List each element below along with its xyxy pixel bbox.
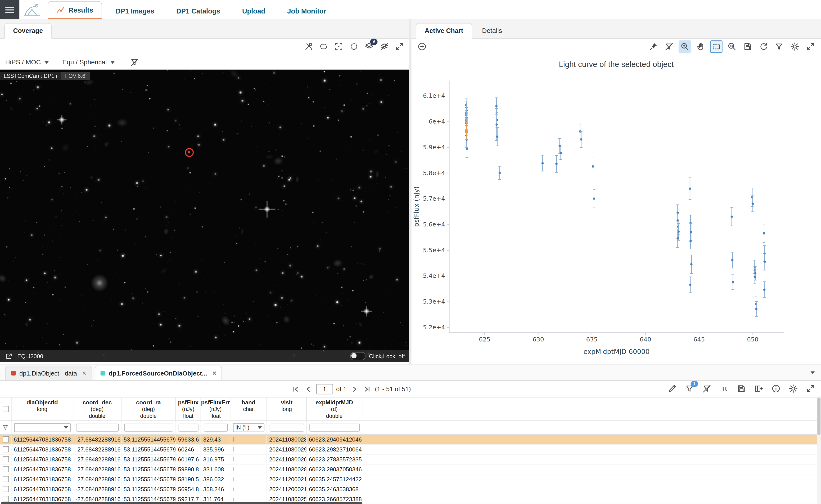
app-logo[interactable] (19, 0, 44, 19)
svg-text:640: 640 (640, 336, 652, 343)
coord-system-dropdown[interactable]: Equ / Spherical (62, 59, 115, 66)
next-page-button[interactable] (350, 384, 359, 394)
click-lock-toggle[interactable] (350, 352, 365, 360)
tab-dp1-images[interactable]: DP1 Images (107, 3, 163, 19)
tab-diaobject-table[interactable]: dp1.DiaObject - data × (5, 366, 92, 380)
select-zoom-rect-icon[interactable] (710, 40, 723, 53)
clear-filter-table-icon[interactable] (701, 382, 713, 395)
pan-hand-icon[interactable] (694, 40, 707, 53)
filter-off-icon[interactable] (128, 56, 141, 69)
filter-input-expMidptMJD[interactable] (309, 423, 359, 431)
table-row[interactable]: 611256447031836758-27.6848228891652853.1… (0, 455, 821, 464)
text-view-icon[interactable]: Tt (718, 382, 731, 395)
table-row[interactable]: 611256447031836758-27.6848228891652853.1… (0, 474, 821, 484)
add-column-icon[interactable] (752, 382, 765, 395)
tab-details[interactable]: Details (474, 23, 510, 38)
tab-results[interactable]: Results (48, 1, 102, 19)
coverage-toolbar: 9 (0, 39, 409, 54)
row-checkbox[interactable] (2, 466, 9, 473)
select-region-icon[interactable] (317, 40, 330, 53)
restore-chart-icon[interactable] (757, 40, 770, 53)
svg-text:645: 645 (693, 336, 705, 343)
close-icon[interactable]: × (81, 370, 86, 377)
column-header-expMidptMJD[interactable]: expMidptMJD(d)double (307, 398, 362, 420)
panel-divider[interactable] (409, 19, 411, 365)
readout-bar: EQ-J2000: Click Lock: off (0, 350, 409, 362)
filter-combo-diaObjectId[interactable] (14, 423, 71, 432)
zoom-original-icon[interactable]: 1x (726, 40, 738, 53)
popout-readout-icon[interactable] (4, 351, 14, 361)
table-row[interactable]: 611256447031836758-27.6848228891652853.1… (0, 484, 821, 494)
select-all-checkbox[interactable] (2, 406, 9, 412)
close-icon[interactable]: × (211, 370, 216, 377)
info-icon[interactable] (770, 382, 782, 395)
column-header-psfFlux[interactable]: psfFlux(nJy)float (176, 398, 201, 420)
first-page-button[interactable] (291, 384, 301, 394)
recenter-icon[interactable] (333, 40, 345, 53)
hamburger-menu-icon[interactable] (0, 0, 19, 19)
vertical-scrollbar[interactable] (817, 397, 821, 504)
lasso-select-icon[interactable] (348, 40, 360, 53)
last-page-button[interactable] (362, 384, 372, 394)
filter-table-icon[interactable]: 1 (683, 382, 696, 395)
filter-input-psfFluxErr[interactable] (203, 423, 228, 431)
save-chart-icon[interactable] (741, 40, 754, 53)
light-curve-plot[interactable]: 5.2e+45.3e+45.4e+45.5e+45.6e+45.7e+45.8e… (411, 70, 821, 361)
sky-image[interactable] (0, 70, 409, 362)
selected-object-marker[interactable] (185, 148, 194, 157)
filter-input-coord_dec[interactable] (76, 423, 118, 431)
column-header-band[interactable]: bandchar (231, 398, 267, 420)
pin-chart-icon[interactable] (647, 40, 660, 53)
page-of-label: of 1 (336, 385, 347, 393)
filter-funnel-cell[interactable] (0, 420, 12, 434)
column-header-visit[interactable]: visitlong (267, 398, 307, 420)
expand-chart-icon[interactable] (804, 40, 817, 53)
row-checkbox[interactable] (2, 456, 9, 463)
click-lock-label: Click Lock: off (369, 353, 405, 359)
expand-coverage-icon[interactable] (393, 40, 406, 53)
filter-input-psfFlux[interactable] (178, 423, 198, 431)
column-header-psfFluxErr[interactable]: psfFluxErr(nJy)float (201, 398, 231, 420)
tab-coverage[interactable]: Coverage (4, 23, 52, 39)
row-checkbox[interactable] (2, 496, 9, 502)
highlight-pen-icon[interactable] (666, 382, 679, 395)
filter-chart-icon[interactable] (773, 40, 785, 53)
prev-page-button[interactable] (304, 384, 313, 394)
dropdown-label: Equ / Spherical (62, 59, 107, 66)
chevron-down-icon[interactable] (811, 371, 815, 374)
tab-job-monitor[interactable]: Job Monitor (279, 3, 335, 19)
table-settings-gear-icon[interactable] (787, 382, 799, 395)
tab-upload[interactable]: Upload (234, 3, 274, 19)
remove-filter-chart-icon[interactable] (663, 40, 675, 53)
row-checkbox[interactable] (2, 446, 9, 453)
save-table-icon[interactable] (735, 382, 748, 395)
hips-moc-dropdown[interactable]: HiPS / MOC (5, 59, 49, 66)
hide-layers-icon[interactable] (378, 40, 391, 53)
tab-active-chart[interactable]: Active Chart (416, 23, 472, 39)
tab-dp1-catalogs[interactable]: DP1 Catalogs (168, 3, 229, 19)
column-header-coord_dec[interactable]: coord_dec(deg)double (73, 398, 121, 420)
zoom-in-icon[interactable] (679, 40, 691, 53)
row-checkbox[interactable] (2, 436, 9, 443)
tab-forcedsource-table[interactable]: dp1.ForcedSourceOnDiaObject... × (94, 366, 222, 380)
column-header-coord_ra[interactable]: coord_ra(deg)double (121, 398, 176, 420)
page-input[interactable] (316, 384, 333, 394)
table-row[interactable]: 611256447031836758-27.6848228891652853.1… (0, 435, 821, 445)
filter-input-visit[interactable] (269, 423, 304, 431)
table-row[interactable]: 611256447031836758-27.6848228891652853.1… (0, 464, 821, 474)
row-checkbox[interactable] (2, 476, 9, 482)
tab-label: dp1.DiaObject - data (19, 370, 77, 377)
chart-settings-gear-icon[interactable] (789, 40, 801, 53)
row-checkbox[interactable] (2, 486, 9, 492)
column-header-diaObjectId[interactable]: diaObjectIdlong (12, 398, 73, 420)
filter-combo-band[interactable]: IN ('i') (233, 423, 264, 432)
tools-icon[interactable] (302, 40, 315, 53)
expand-table-icon[interactable] (804, 382, 817, 395)
sky-viewer[interactable]: LSSTComCam: DP1 r FOV:6.6' EQ-J2000: Cli… (0, 70, 409, 362)
filter-input-coord_ra[interactable] (124, 423, 173, 431)
add-chart-icon[interactable] (416, 40, 428, 53)
svg-text:1x: 1x (729, 44, 733, 48)
table-row[interactable]: 611256447031836758-27.6848228891652853.1… (0, 445, 821, 455)
layers-icon[interactable]: 9 (363, 40, 375, 53)
horizontal-scrollbar[interactable] (1, 502, 362, 504)
